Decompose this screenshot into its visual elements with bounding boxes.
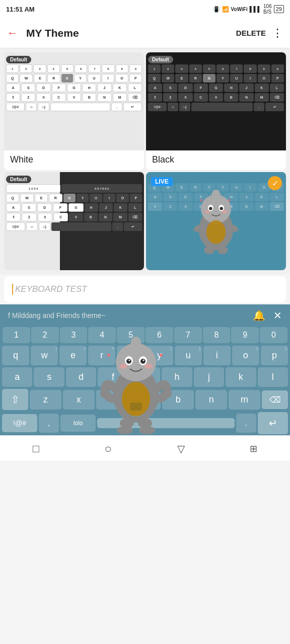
key-p[interactable]: )p bbox=[261, 346, 288, 365]
svg-text:♥: ♥ bbox=[200, 197, 202, 202]
key-t[interactable]: >t bbox=[117, 346, 144, 365]
key-n[interactable]: n bbox=[195, 390, 227, 410]
keyboard-test-area[interactable]: KEYBOARD TEST bbox=[4, 276, 286, 302]
key-h[interactable]: h bbox=[162, 367, 192, 387]
theme-card-black[interactable]: Default 12 34 56 78 90 QW ER GY UI OP AS bbox=[146, 52, 286, 170]
key-o[interactable]: (o bbox=[232, 346, 259, 365]
battery: 29 bbox=[274, 5, 284, 13]
key-2[interactable]: 2 bbox=[31, 327, 59, 343]
status-bar: 11:51 AM 📳 📶 VoWiFi ▌▌▌ 106B/S 29 bbox=[0, 0, 290, 18]
period-key[interactable]: . bbox=[236, 414, 256, 433]
svg-text:♥: ♥ bbox=[228, 197, 230, 202]
key-r[interactable]: <r bbox=[88, 346, 115, 365]
shift-key[interactable]: ⇧ bbox=[2, 389, 28, 410]
theme-grid: Default 12 34 56 78 90 QW ER GY UI OP bbox=[0, 48, 290, 274]
keyboard-row-1: `q |w •e <r >t [y ]u 'i (o )p bbox=[0, 345, 290, 366]
key-i[interactable]: 'i bbox=[203, 346, 231, 365]
theme-label-white: White bbox=[4, 150, 144, 170]
svg-point-5 bbox=[220, 207, 223, 210]
navigation-bar: □ ○ ▽ ⊞ bbox=[0, 435, 290, 461]
key-9[interactable]: 9 bbox=[231, 327, 259, 343]
key-s[interactable]: s bbox=[34, 367, 64, 387]
default-badge-white: Default bbox=[6, 56, 31, 63]
lolo-key[interactable]: lolo bbox=[60, 415, 96, 432]
theme-preview-dark: Default 1 2 3 4 5 6 7 8 9 0 QW ER GY UI … bbox=[4, 172, 144, 270]
theme-card-teal[interactable]: LIVE ✓ Q W E R T Y U I O P A bbox=[146, 172, 286, 270]
keyboard-number-row: 1 2 3 4 5 6 7 8 9 0 bbox=[0, 325, 290, 345]
svg-point-12 bbox=[217, 246, 228, 254]
vowifi-label: VoWiFi bbox=[231, 7, 248, 12]
key-d[interactable]: d bbox=[66, 367, 96, 387]
status-time: 11:51 AM bbox=[6, 6, 35, 13]
keyboard-main: `q |w •e <r >t [y ]u 'i (o )p a s d f g … bbox=[0, 345, 290, 435]
key-8[interactable]: 8 bbox=[203, 327, 231, 343]
back-button[interactable]: ← bbox=[7, 27, 18, 40]
key-v[interactable]: v bbox=[129, 390, 161, 410]
key-x[interactable]: x bbox=[63, 390, 95, 410]
key-4[interactable]: 4 bbox=[88, 327, 116, 343]
enter-key[interactable]: ↵ bbox=[258, 412, 288, 434]
keyboard-row-2: a s d f g h j k l bbox=[0, 366, 290, 388]
nav-home-icon[interactable]: □ bbox=[33, 442, 39, 455]
key-a[interactable]: a bbox=[2, 367, 32, 387]
key-z[interactable]: z bbox=[30, 390, 61, 410]
page-title: MY Theme bbox=[26, 27, 236, 39]
delete-key[interactable]: ⌫ bbox=[262, 390, 288, 409]
keyboard-header: f Milddang and Friends theme~ 🔔 ✕ bbox=[0, 304, 290, 325]
key-5[interactable]: 5 bbox=[117, 327, 144, 343]
default-badge-dark: Default bbox=[6, 176, 31, 183]
live-badge: LIVE bbox=[151, 177, 173, 186]
nav-back-icon[interactable]: ○ bbox=[105, 442, 112, 456]
keyboard-test-placeholder: KEYBOARD TEST bbox=[15, 284, 87, 294]
theme-preview-teal: Q W E R T Y U I O P A S D F G H bbox=[146, 172, 286, 270]
key-b[interactable]: b bbox=[162, 390, 194, 410]
keyboard-row-4: !@# , lolo . ↵ bbox=[0, 411, 290, 435]
text-cursor bbox=[12, 284, 13, 295]
selected-check-icon: ✓ bbox=[268, 176, 282, 190]
svg-point-4 bbox=[209, 207, 212, 210]
key-f[interactable]: f bbox=[98, 367, 128, 387]
wifi-icon: 📶 bbox=[222, 6, 229, 13]
vibrate-icon: 📳 bbox=[213, 6, 220, 13]
comma-key[interactable]: , bbox=[39, 414, 59, 433]
signal-bars: ▌▌▌ bbox=[250, 6, 261, 12]
top-bar: ← MY Theme DELETE ⋮ bbox=[0, 18, 290, 48]
theme-card-white[interactable]: Default 12 34 56 78 90 QW ER GY UI OP bbox=[4, 52, 144, 170]
key-e[interactable]: •e bbox=[59, 346, 87, 365]
nav-menu-icon[interactable]: ⊞ bbox=[250, 443, 257, 454]
key-7[interactable]: 7 bbox=[174, 327, 202, 343]
keyboard-close-icon[interactable]: ✕ bbox=[273, 309, 282, 321]
key-j[interactable]: j bbox=[194, 367, 224, 387]
key-k[interactable]: k bbox=[226, 367, 256, 387]
default-badge-black: Default bbox=[148, 56, 173, 63]
key-1[interactable]: 1 bbox=[3, 327, 30, 343]
key-g[interactable]: g bbox=[130, 367, 160, 387]
key-q[interactable]: `q bbox=[2, 346, 29, 365]
svg-point-10 bbox=[206, 220, 226, 244]
key-c[interactable]: c bbox=[96, 390, 128, 410]
keyboard-notification-icon[interactable]: 🔔 bbox=[253, 309, 265, 321]
more-options-button[interactable]: ⋮ bbox=[272, 27, 283, 40]
key-6[interactable]: 6 bbox=[146, 327, 173, 343]
svg-point-6 bbox=[205, 210, 210, 213]
key-l[interactable]: l bbox=[258, 367, 288, 387]
key-0[interactable]: 0 bbox=[260, 327, 287, 343]
key-m[interactable]: m bbox=[229, 390, 260, 410]
key-3[interactable]: 3 bbox=[60, 327, 88, 343]
theme-preview-black: Default 12 34 56 78 90 QW ER GY UI OP AS bbox=[146, 52, 286, 150]
key-u[interactable]: ]u bbox=[175, 346, 202, 365]
svg-point-11 bbox=[204, 246, 215, 254]
key-y[interactable]: [y bbox=[146, 346, 173, 365]
keyboard-row-3: ⇧ z x c v b n m ⌫ bbox=[0, 388, 290, 411]
nav-recents-icon[interactable]: ▽ bbox=[177, 443, 185, 455]
svg-point-13 bbox=[211, 190, 220, 200]
symbols-key[interactable]: !@# bbox=[2, 414, 37, 432]
mascot-image: ♥ ♥ bbox=[146, 172, 286, 270]
delete-button[interactable]: DELETE bbox=[236, 29, 266, 37]
theme-card-dark[interactable]: Default 1 2 3 4 5 6 7 8 9 0 QW ER GY UI … bbox=[4, 172, 144, 270]
theme-preview-white: Default 12 34 56 78 90 QW ER GY UI OP bbox=[4, 52, 144, 150]
space-key[interactable] bbox=[97, 418, 235, 428]
svg-point-7 bbox=[222, 210, 228, 213]
status-icons: 📳 📶 VoWiFi ▌▌▌ 106B/S 29 bbox=[213, 4, 284, 15]
key-w[interactable]: |w bbox=[31, 346, 58, 365]
